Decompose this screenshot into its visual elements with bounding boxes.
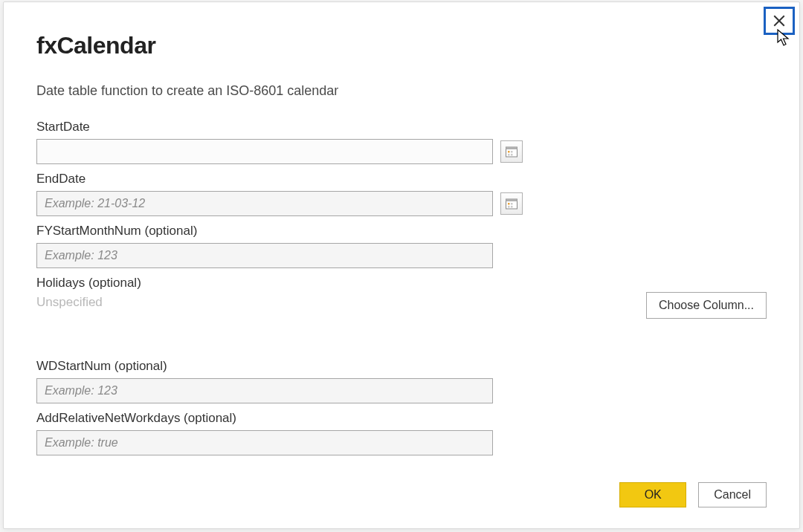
enddate-label: EndDate xyxy=(36,172,767,186)
startdate-datepicker-button[interactable] xyxy=(500,140,523,163)
calendar-icon xyxy=(505,197,518,210)
dialog-description: Date table function to create an ISO-860… xyxy=(36,83,767,99)
svg-rect-13 xyxy=(511,206,513,208)
addrelativenetworkdays-input[interactable] xyxy=(36,430,493,455)
field-enddate: EndDate xyxy=(36,172,767,216)
wdstartnum-label: WDStartNum (optional) xyxy=(36,359,767,374)
svg-rect-11 xyxy=(511,203,513,205)
addrelativenetworkdays-label: AddRelativeNetWorkdays (optional) xyxy=(36,411,767,426)
field-fystartmonthnum: FYStartMonthNum (optional) xyxy=(36,224,767,268)
svg-rect-12 xyxy=(508,206,510,208)
choose-column-button[interactable]: Choose Column... xyxy=(646,292,767,319)
svg-rect-5 xyxy=(511,151,513,153)
calendar-icon xyxy=(505,145,518,158)
close-button[interactable] xyxy=(764,7,795,35)
holidays-label: Holidays (optional) xyxy=(36,276,141,291)
svg-rect-3 xyxy=(506,147,517,149)
holidays-status: Unspecified xyxy=(36,295,141,310)
fystartmonthnum-label: FYStartMonthNum (optional) xyxy=(36,224,767,239)
field-startdate: StartDate xyxy=(36,120,767,164)
close-icon xyxy=(773,14,786,27)
startdate-label: StartDate xyxy=(36,120,767,134)
startdate-input[interactable] xyxy=(36,139,493,164)
function-dialog: fxCalendar Date table function to create… xyxy=(3,1,800,529)
svg-rect-7 xyxy=(511,154,513,156)
svg-rect-6 xyxy=(508,154,510,156)
ok-button[interactable]: OK xyxy=(619,482,686,507)
field-holidays: Holidays (optional) Unspecified xyxy=(36,276,141,310)
dialog-content: fxCalendar Date table function to create… xyxy=(4,2,799,455)
field-addrelativenetworkdays: AddRelativeNetWorkdays (optional) xyxy=(36,411,767,455)
dialog-footer: OK Cancel xyxy=(619,482,767,507)
wdstartnum-input[interactable] xyxy=(36,378,493,403)
enddate-input[interactable] xyxy=(36,191,493,216)
field-wdstartnum: WDStartNum (optional) xyxy=(36,359,767,403)
fystartmonthnum-input[interactable] xyxy=(36,243,493,268)
svg-rect-4 xyxy=(508,151,510,153)
svg-rect-9 xyxy=(506,199,517,201)
enddate-datepicker-button[interactable] xyxy=(500,192,523,215)
svg-rect-10 xyxy=(508,203,510,205)
dialog-title: fxCalendar xyxy=(36,32,767,59)
cancel-button[interactable]: Cancel xyxy=(698,482,767,507)
